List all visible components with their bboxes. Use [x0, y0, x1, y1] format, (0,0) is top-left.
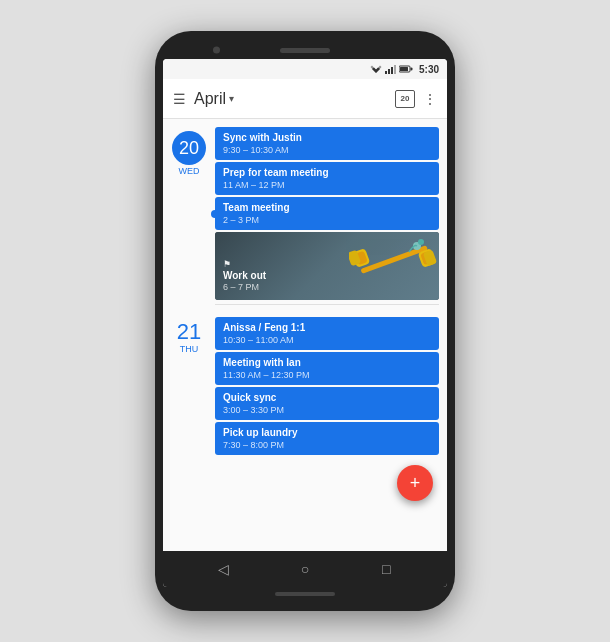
event-pick-up-laundry[interactable]: Pick up laundry 7:30 – 8:00 PM [215, 422, 439, 455]
event-time: 11:30 AM – 12:30 PM [223, 370, 431, 380]
phone-top [163, 41, 447, 59]
day-label-20: 20 Wed [163, 127, 215, 300]
status-icons: 5:30 [370, 64, 439, 75]
event-title: Prep for team meeting [223, 167, 431, 179]
back-button[interactable]: ◁ [209, 554, 239, 584]
event-title: Pick up laundry [223, 427, 431, 439]
phone-speaker [280, 48, 330, 53]
menu-icon[interactable]: ☰ [173, 91, 186, 107]
event-title: Team meeting [223, 202, 431, 214]
day-events-21: Anissa / Feng 1:1 10:30 – 11:00 AM Meeti… [215, 317, 447, 455]
event-time: 7:30 – 8:00 PM [223, 440, 431, 450]
navigation-bar: ◁ ○ □ [163, 551, 447, 587]
svg-marker-1 [370, 65, 381, 73]
month-title: April [194, 90, 226, 108]
day-name-20: Wed [179, 166, 200, 176]
event-title: Anissa / Feng 1:1 [223, 322, 431, 334]
fab-plus-icon: + [410, 474, 421, 492]
event-team-meeting[interactable]: Team meeting 2 – 3 PM [215, 197, 439, 230]
svg-rect-2 [385, 71, 387, 74]
event-quick-sync[interactable]: Quick sync 3:00 – 3:30 PM [215, 387, 439, 420]
more-options-icon[interactable]: ⋮ [423, 91, 437, 107]
day-label-21: 21 Thu [163, 317, 215, 455]
event-meeting-ian[interactable]: Meeting with Ian 11:30 AM – 12:30 PM [215, 352, 439, 385]
header-title-area[interactable]: April ▾ [194, 90, 387, 108]
svg-rect-4 [391, 67, 393, 74]
event-time: 10:30 – 11:00 AM [223, 335, 431, 345]
event-time: 9:30 – 10:30 AM [223, 145, 431, 155]
event-title: Sync with Justin [223, 132, 431, 144]
phone-screen: 5:30 ☰ April ▾ 20 ⋮ 20 [163, 59, 447, 587]
status-time: 5:30 [419, 64, 439, 75]
event-workout[interactable]: ⚑ Work out 6 – 7 PM [215, 232, 439, 300]
day-events-20: Sync with Justin 9:30 – 10:30 AM Prep fo… [215, 127, 447, 300]
phone-frame: 5:30 ☰ April ▾ 20 ⋮ 20 [155, 31, 455, 611]
phone-bottom [163, 587, 447, 601]
calendar-scroll-area[interactable]: 20 Wed Sync with Justin 9:30 – 10:30 AM … [163, 119, 447, 551]
wifi-icon [370, 65, 382, 74]
status-bar: 5:30 [163, 59, 447, 79]
svg-rect-3 [388, 69, 390, 74]
app-header: ☰ April ▾ 20 ⋮ [163, 79, 447, 119]
day-number-21: 21 [177, 321, 201, 343]
svg-rect-5 [394, 65, 396, 74]
event-time: 11 AM – 12 PM [223, 180, 431, 190]
home-button[interactable]: ○ [290, 554, 320, 584]
add-event-fab[interactable]: + [397, 465, 433, 501]
event-time: 3:00 – 3:30 PM [223, 405, 431, 415]
workout-title: Work out [223, 270, 266, 281]
battery-icon [399, 65, 413, 73]
day-name-21: Thu [180, 344, 199, 354]
event-time: 2 – 3 PM [223, 215, 431, 225]
today-calendar-icon[interactable]: 20 [395, 90, 415, 108]
dumbbell-svg [349, 232, 439, 287]
svg-point-17 [418, 239, 424, 245]
event-anissa-feng[interactable]: Anissa / Feng 1:1 10:30 – 11:00 AM [215, 317, 439, 350]
workout-info: ⚑ Work out 6 – 7 PM [223, 259, 266, 292]
recents-button[interactable]: □ [371, 554, 401, 584]
current-time-indicator [211, 210, 219, 218]
event-sync-justin[interactable]: Sync with Justin 9:30 – 10:30 AM [215, 127, 439, 160]
day-number-20: 20 [172, 131, 206, 165]
day-section-21: 21 Thu Anissa / Feng 1:1 10:30 – 11:00 A… [163, 309, 447, 459]
day-divider [215, 304, 439, 305]
event-prep-meeting[interactable]: Prep for team meeting 11 AM – 12 PM [215, 162, 439, 195]
dropdown-arrow: ▾ [229, 93, 234, 104]
workout-flag: ⚑ [223, 259, 266, 269]
svg-rect-8 [400, 67, 408, 71]
signal-icon [385, 65, 396, 74]
event-title: Quick sync [223, 392, 431, 404]
phone-home-bar [275, 592, 335, 596]
workout-time: 6 – 7 PM [223, 282, 266, 292]
phone-camera [213, 47, 220, 54]
header-actions: 20 ⋮ [395, 90, 437, 108]
event-title: Meeting with Ian [223, 357, 431, 369]
svg-rect-7 [410, 68, 412, 71]
day-section-20: 20 Wed Sync with Justin 9:30 – 10:30 AM … [163, 119, 447, 304]
